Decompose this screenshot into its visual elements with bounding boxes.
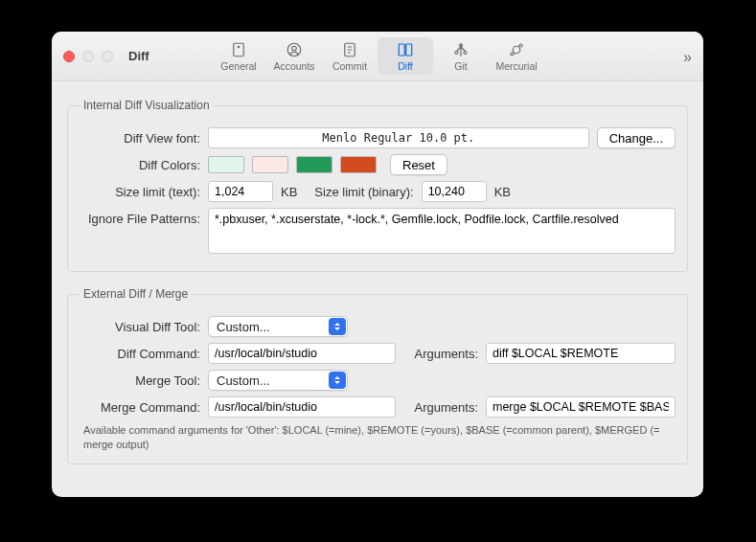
preferences-window: Diff General Accounts Commit <box>52 32 703 497</box>
tab-general[interactable]: General <box>211 37 266 75</box>
toolbar: General Accounts Commit Diff <box>211 37 544 75</box>
change-font-button[interactable]: Change... <box>597 127 676 148</box>
size-text-label: Size limit (text): <box>80 185 200 199</box>
merge-command-label: Merge Command: <box>80 400 200 415</box>
svg-point-12 <box>511 53 514 56</box>
tab-git[interactable]: Git <box>433 37 489 75</box>
merge-args-input[interactable] <box>486 396 676 418</box>
merge-args-label: Arguments: <box>403 400 478 415</box>
tab-label: General <box>220 60 256 72</box>
git-icon <box>450 41 471 58</box>
size-text-unit: KB <box>281 185 297 199</box>
reset-colors-button[interactable]: Reset <box>390 154 447 175</box>
ignore-patterns-input[interactable] <box>208 208 676 254</box>
ignore-label: Ignore File Patterns: <box>80 208 200 226</box>
size-text-input[interactable] <box>208 181 273 202</box>
diff-command-input[interactable] <box>208 343 396 364</box>
general-icon <box>228 41 249 58</box>
window-controls <box>63 51 113 62</box>
merge-command-input[interactable] <box>208 396 396 418</box>
svg-point-3 <box>292 46 297 51</box>
diff-args-input[interactable] <box>486 343 676 364</box>
mercurial-icon <box>506 41 527 58</box>
svg-rect-0 <box>234 43 244 56</box>
svg-point-9 <box>464 52 467 55</box>
diff-tool-select[interactable]: Custom... <box>208 316 348 337</box>
color-removed-dark[interactable] <box>340 156 377 173</box>
svg-rect-6 <box>406 44 412 56</box>
size-binary-input[interactable] <box>422 181 487 202</box>
tab-diff[interactable]: Diff <box>378 37 433 75</box>
tab-label: Diff <box>398 60 413 72</box>
commit-icon <box>339 41 360 58</box>
tab-commit[interactable]: Commit <box>322 37 378 75</box>
zoom-window-icon[interactable] <box>102 51 113 62</box>
svg-point-10 <box>513 46 520 54</box>
arguments-hint: Available command arguments for 'Other':… <box>80 423 676 452</box>
color-removed-light[interactable] <box>252 156 288 173</box>
tab-mercurial[interactable]: Mercurial <box>489 37 544 75</box>
internal-diff-group: Internal Diff Visualization Diff View fo… <box>67 99 688 272</box>
tab-label: Commit <box>332 60 367 72</box>
font-label: Diff View font: <box>80 131 200 146</box>
color-added-light[interactable] <box>208 156 244 173</box>
external-diff-group: External Diff / Merge Visual Diff Tool: … <box>67 287 688 464</box>
svg-point-11 <box>519 44 522 47</box>
tab-label: Mercurial <box>495 60 537 72</box>
minimize-window-icon[interactable] <box>82 51 94 62</box>
size-binary-label: Size limit (binary): <box>314 185 413 199</box>
group-legend: External Diff / Merge <box>80 287 192 301</box>
diff-command-label: Diff Command: <box>80 347 200 361</box>
tab-accounts[interactable]: Accounts <box>266 37 322 75</box>
chevron-updown-icon <box>329 372 346 389</box>
svg-rect-5 <box>399 44 404 56</box>
font-display: Menlo Regular 10.0 pt. <box>208 127 589 148</box>
diff-args-label: Arguments: <box>403 347 478 361</box>
size-binary-unit: KB <box>494 185 511 199</box>
merge-tool-select[interactable]: Custom... <box>208 370 348 391</box>
close-window-icon[interactable] <box>63 51 75 62</box>
svg-point-1 <box>238 46 240 48</box>
overflow-icon[interactable]: » <box>683 49 692 66</box>
accounts-icon <box>284 41 305 58</box>
select-value: Custom... <box>217 320 270 334</box>
svg-point-8 <box>455 52 458 55</box>
titlebar: Diff General Accounts Commit <box>52 32 703 81</box>
window-title: Diff <box>128 49 149 63</box>
tab-label: Git <box>454 60 467 72</box>
select-value: Custom... <box>217 373 270 388</box>
tab-label: Accounts <box>273 60 314 72</box>
diff-tool-label: Visual Diff Tool: <box>80 320 200 334</box>
merge-tool-label: Merge Tool: <box>80 373 200 388</box>
diff-icon <box>395 41 416 58</box>
colors-label: Diff Colors: <box>80 158 200 172</box>
chevron-updown-icon <box>329 318 346 335</box>
group-legend: Internal Diff Visualization <box>80 99 214 112</box>
color-added-dark[interactable] <box>296 156 332 173</box>
content: Internal Diff Visualization Diff View fo… <box>52 81 703 497</box>
